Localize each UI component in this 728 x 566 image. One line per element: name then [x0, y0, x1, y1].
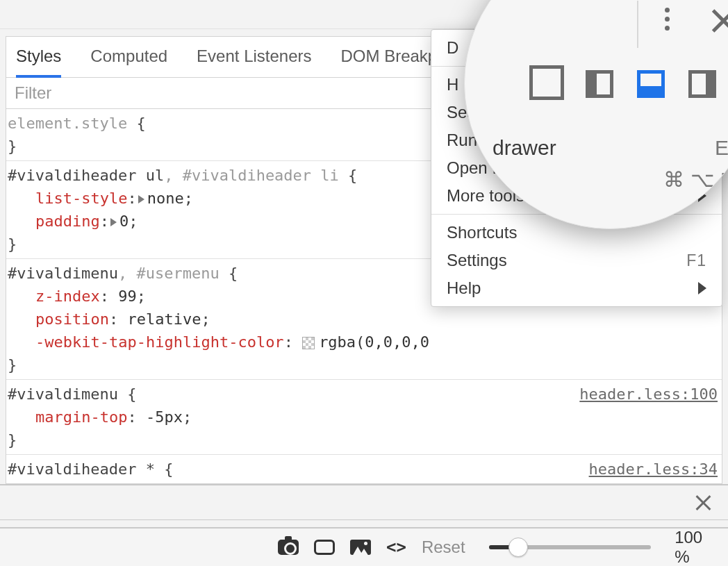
css-property[interactable]: padding	[35, 213, 100, 230]
tab-computed[interactable]: Computed	[90, 47, 167, 72]
dock-undock-icon[interactable]	[534, 70, 562, 98]
reset-button[interactable]: Reset	[422, 538, 465, 557]
selector: #vivaldimenu	[8, 265, 118, 282]
camera-icon[interactable]	[278, 538, 299, 556]
menu-item-drawer[interactable]: drawer Esc	[493, 136, 556, 160]
slider-knob-icon[interactable]	[508, 538, 528, 557]
kebab-menu-icon[interactable]	[665, 8, 670, 31]
expand-icon[interactable]	[110, 218, 117, 226]
close-icon[interactable]	[693, 493, 713, 513]
dock-bottom-icon[interactable]	[637, 70, 665, 98]
selector: #vivaldimenu	[8, 385, 118, 403]
css-property[interactable]: -webkit-tap-highlight-color	[35, 333, 284, 351]
css-value[interactable]: 99	[118, 288, 137, 305]
drawer-bar	[0, 484, 728, 520]
tab-event-listeners[interactable]: Event Listeners	[197, 47, 311, 72]
css-value[interactable]: -5px	[146, 408, 183, 426]
css-value[interactable]: 0	[119, 213, 129, 230]
selector-dim: #usermenu	[136, 265, 219, 282]
tab-styles[interactable]: Styles	[16, 47, 61, 78]
selector: #vivaldiheader ul	[8, 167, 164, 184]
css-value[interactable]: none	[147, 190, 184, 207]
css-property[interactable]: margin-top	[35, 408, 127, 426]
source-link[interactable]: header.less:100	[579, 383, 718, 406]
css-value[interactable]: relative	[127, 310, 201, 328]
bottom-toolbar: <> Reset 100 %	[0, 527, 728, 566]
source-link[interactable]: header.less:34	[589, 458, 718, 481]
expand-icon[interactable]	[138, 195, 144, 203]
image-icon[interactable]	[350, 538, 371, 556]
menu-item-help[interactable]: Help	[431, 274, 722, 302]
menu-item-settings[interactable]: Settings F1	[431, 247, 722, 274]
close-icon[interactable]	[709, 6, 728, 34]
css-property[interactable]: z-index	[35, 288, 100, 305]
chevron-right-icon	[698, 282, 706, 294]
selector-dim: #vivaldiheader li	[183, 167, 339, 184]
color-swatch-icon[interactable]	[302, 337, 315, 349]
css-property[interactable]: list-style	[35, 190, 127, 207]
tab-dom-breakpoints[interactable]: DOM Breakp	[341, 47, 438, 72]
shortcut-text: F1	[686, 251, 706, 270]
zoom-slider[interactable]	[489, 545, 652, 549]
css-value[interactable]: rgba(0,0,0,0	[319, 333, 429, 351]
selector: #vivaldiheader *	[8, 460, 155, 478]
rule-vivaldiheader-star[interactable]: header.less:34 #vivaldiheader * { box-si…	[6, 455, 722, 484]
code-icon[interactable]: <>	[386, 538, 406, 557]
selector: element.style	[8, 115, 127, 132]
zoom-percent: 100 %	[675, 528, 715, 566]
dock-side-row	[534, 70, 716, 98]
dock-left-icon[interactable]	[586, 70, 613, 98]
css-property[interactable]: position	[35, 310, 109, 328]
rounded-rect-icon[interactable]	[314, 538, 335, 556]
dock-right-icon[interactable]	[688, 70, 716, 98]
shortcut-text: Esc	[715, 136, 728, 160]
rule-vivaldimenu[interactable]: header.less:100 #vivaldimenu { margin-to…	[6, 380, 722, 455]
